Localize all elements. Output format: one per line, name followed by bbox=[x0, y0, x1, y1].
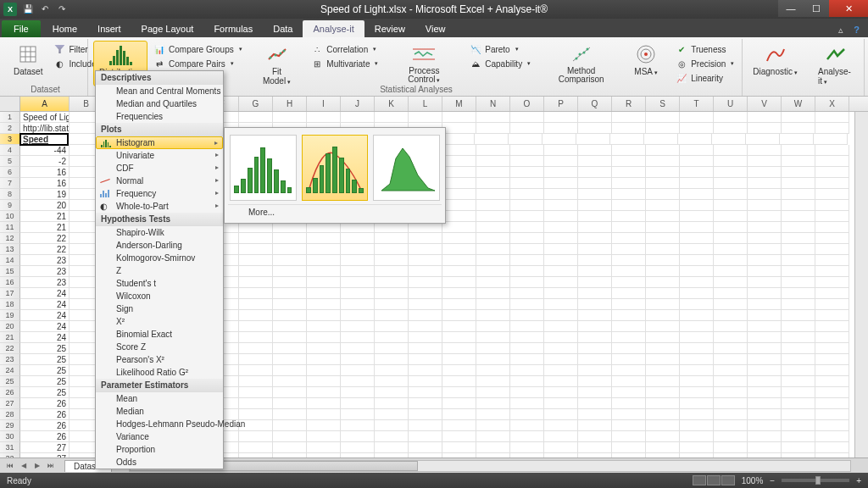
cell[interactable] bbox=[375, 233, 409, 244]
cell[interactable] bbox=[375, 332, 409, 343]
menu-item-variance[interactable]: Variance bbox=[96, 430, 223, 443]
cell[interactable] bbox=[646, 442, 680, 453]
cell[interactable]: 26 bbox=[20, 420, 70, 431]
cell[interactable] bbox=[680, 244, 714, 255]
cell[interactable] bbox=[578, 409, 612, 420]
cell[interactable] bbox=[646, 288, 680, 299]
cell[interactable]: 23 bbox=[20, 277, 70, 288]
cell[interactable] bbox=[273, 277, 307, 288]
row-header[interactable]: 17 bbox=[0, 288, 20, 299]
cell[interactable] bbox=[375, 398, 409, 409]
cell[interactable] bbox=[442, 365, 476, 376]
cell[interactable] bbox=[273, 255, 307, 266]
cell[interactable] bbox=[678, 134, 712, 145]
cell[interactable] bbox=[273, 288, 307, 299]
cell[interactable] bbox=[680, 431, 714, 442]
menu-item-odds[interactable]: Odds bbox=[96, 456, 223, 469]
cell[interactable] bbox=[544, 178, 578, 189]
cell[interactable] bbox=[442, 112, 476, 123]
cell[interactable] bbox=[409, 332, 442, 343]
cell[interactable] bbox=[815, 321, 849, 332]
cell[interactable] bbox=[510, 277, 544, 288]
cell[interactable] bbox=[510, 376, 544, 387]
cell[interactable] bbox=[476, 189, 510, 200]
cell[interactable] bbox=[341, 255, 375, 266]
cell[interactable] bbox=[714, 365, 748, 376]
cell[interactable] bbox=[578, 222, 612, 233]
normal-view-button[interactable] bbox=[693, 475, 706, 485]
cell[interactable] bbox=[273, 376, 307, 387]
column-header-W[interactable]: W bbox=[782, 97, 815, 111]
menu-item-likelihood-ratio-g-[interactable]: Likelihood Ratio G² bbox=[96, 366, 223, 379]
cell[interactable] bbox=[714, 222, 748, 233]
cell[interactable] bbox=[307, 310, 341, 321]
cell[interactable] bbox=[442, 387, 476, 398]
cell[interactable] bbox=[612, 431, 646, 442]
cell[interactable] bbox=[815, 167, 849, 178]
row-header[interactable]: 11 bbox=[0, 222, 20, 233]
cell[interactable] bbox=[476, 233, 510, 244]
row-header[interactable]: 30 bbox=[0, 431, 20, 442]
cell[interactable] bbox=[815, 200, 849, 211]
tab-view[interactable]: View bbox=[415, 20, 456, 37]
cell[interactable] bbox=[442, 233, 476, 244]
cell[interactable] bbox=[680, 156, 714, 167]
cell[interactable] bbox=[509, 134, 542, 145]
cell[interactable] bbox=[782, 310, 815, 321]
cell[interactable]: 21 bbox=[20, 211, 70, 222]
cell[interactable] bbox=[375, 288, 409, 299]
cell[interactable] bbox=[610, 134, 644, 145]
menu-item-shapiro-wilk[interactable]: Shapiro-Wilk bbox=[96, 226, 223, 239]
cell[interactable] bbox=[307, 376, 341, 387]
cell[interactable] bbox=[680, 189, 714, 200]
menu-item-cdf[interactable]: CDF bbox=[96, 162, 223, 175]
cell[interactable] bbox=[341, 420, 375, 431]
cell[interactable] bbox=[375, 431, 409, 442]
menu-item-median-and-quartiles[interactable]: Median and Quartiles bbox=[96, 97, 223, 110]
row-header[interactable]: 20 bbox=[0, 321, 20, 332]
dataset-button[interactable]: Dataset bbox=[8, 41, 47, 78]
row-header[interactable]: 14 bbox=[0, 255, 20, 266]
cell[interactable] bbox=[578, 178, 612, 189]
row-header[interactable]: 19 bbox=[0, 310, 20, 321]
cell[interactable] bbox=[307, 398, 341, 409]
cell[interactable] bbox=[680, 398, 714, 409]
cell[interactable] bbox=[782, 409, 815, 420]
cell[interactable] bbox=[544, 255, 578, 266]
cell[interactable] bbox=[409, 299, 442, 310]
cell[interactable] bbox=[646, 409, 680, 420]
fit-model-button[interactable]: Fit Model▾ bbox=[255, 41, 299, 87]
cell[interactable] bbox=[273, 321, 307, 332]
menu-item-kolmogorov-smirnov[interactable]: Kolmogorov-Smirnov bbox=[96, 252, 223, 264]
capability-button[interactable]: ⛰Capability▾ bbox=[467, 57, 533, 70]
cell[interactable] bbox=[714, 332, 748, 343]
cell[interactable] bbox=[544, 310, 578, 321]
cell[interactable] bbox=[476, 167, 510, 178]
cell[interactable] bbox=[815, 145, 849, 156]
cell[interactable] bbox=[646, 343, 680, 354]
cell[interactable] bbox=[409, 321, 442, 332]
cell[interactable] bbox=[544, 200, 578, 211]
row-header[interactable]: 6 bbox=[0, 167, 20, 178]
cell[interactable] bbox=[409, 255, 442, 266]
cell[interactable] bbox=[441, 134, 475, 145]
menu-item-wilcoxon[interactable]: Wilcoxon bbox=[96, 290, 223, 302]
trueness-button[interactable]: ✔Trueness bbox=[673, 42, 737, 56]
cell[interactable] bbox=[476, 310, 510, 321]
cell[interactable] bbox=[680, 387, 714, 398]
row-header[interactable]: 9 bbox=[0, 200, 20, 211]
cell[interactable]: -2 bbox=[20, 156, 70, 167]
cell[interactable] bbox=[612, 288, 646, 299]
cell[interactable] bbox=[510, 409, 544, 420]
menu-item-hodges-lehmann-pseudo-median[interactable]: Hodges-Lehmann Pseudo-Median bbox=[96, 418, 223, 430]
cell[interactable] bbox=[815, 211, 849, 222]
minimize-ribbon-icon[interactable]: ▵ bbox=[835, 23, 847, 37]
cell[interactable] bbox=[409, 387, 442, 398]
cell[interactable] bbox=[307, 420, 341, 431]
cell[interactable] bbox=[544, 321, 578, 332]
cell[interactable] bbox=[612, 244, 646, 255]
cell[interactable] bbox=[815, 233, 849, 244]
row-header[interactable]: 23 bbox=[0, 354, 20, 365]
cell[interactable] bbox=[612, 354, 646, 365]
cell[interactable] bbox=[748, 266, 782, 277]
